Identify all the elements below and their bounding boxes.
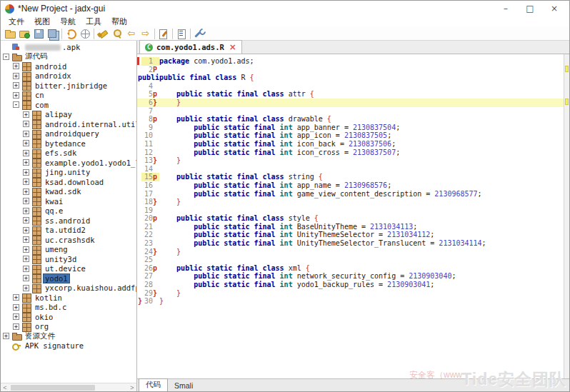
expand-icon[interactable]: +: [13, 323, 19, 330]
code-line-11[interactable]: 11 public static final int icon_back = 2…: [137, 140, 564, 149]
expand-icon[interactable]: +: [23, 236, 29, 243]
collapse-icon[interactable]: -: [3, 54, 9, 60]
scroll-right-icon[interactable]: >: [128, 383, 136, 392]
tab-close-icon[interactable]: ×: [229, 43, 236, 51]
tree-node-alipay[interactable]: +alipay: [1, 110, 136, 120]
class-search-button[interactable]: [110, 28, 124, 40]
code-line-18[interactable]: 18} }: [137, 198, 564, 206]
code-line-19[interactable]: 19: [137, 206, 564, 215]
code-line-30[interactable]: }30}: [137, 297, 564, 306]
error-strip-mark[interactable]: [565, 99, 569, 105]
forward-button[interactable]: ⇨: [139, 28, 153, 40]
expand-icon[interactable]: +: [23, 150, 29, 156]
expand-icon[interactable]: +: [23, 131, 29, 137]
expand-icon[interactable]: +: [23, 189, 29, 195]
deobfuscation-button[interactable]: [78, 28, 92, 40]
expand-icon[interactable]: +: [23, 198, 29, 204]
tree-node-efs-sdk[interactable]: +efs.sdk: [1, 149, 136, 159]
code-line-5[interactable]: 5p public static final class attr {: [137, 90, 564, 99]
code-editor[interactable]: 1package com.yodo1.ads;2Ppublipublic fin…: [137, 54, 569, 378]
tree-node-yxcorp-kuaishou-addfp[interactable]: +yxcorp.kuaishou.addfp: [1, 283, 136, 293]
code-line-22[interactable]: 22 public static final int UnityThemeSel…: [137, 231, 564, 239]
bottom-tab-代码[interactable]: 代码: [139, 378, 168, 391]
tree-node-bytedance[interactable]: +bytedance: [1, 139, 136, 149]
expand-icon[interactable]: +: [13, 82, 19, 89]
tree-horizontal-scrollbar[interactable]: < >: [1, 383, 136, 391]
reload-button[interactable]: [64, 28, 78, 40]
tree-node-okio[interactable]: +okio: [1, 312, 136, 322]
tree-node-cn[interactable]: +cn: [1, 91, 136, 101]
error-strip[interactable]: [564, 54, 569, 378]
tree-node-org[interactable]: +org: [1, 322, 136, 332]
tree-node-apk-signature[interactable]: APK signature: [1, 341, 136, 351]
menu-item[interactable]: 视图: [29, 16, 55, 27]
report-button[interactable]: [174, 28, 189, 40]
bottom-tab-smali[interactable]: Smali: [168, 381, 199, 391]
menu-item[interactable]: 导航: [55, 16, 81, 27]
preferences-button[interactable]: [192, 28, 206, 40]
expand-icon[interactable]: +: [13, 63, 19, 69]
expand-icon[interactable]: +: [3, 333, 9, 339]
log-viewer-button[interactable]: [156, 28, 171, 40]
code-line-12[interactable]: 12 public static final int icon_cross = …: [137, 149, 564, 157]
code-line-3[interactable]: publipublic final class R {: [137, 74, 564, 82]
tree-node-ta-utdid2[interactable]: +ta.utdid2: [1, 226, 136, 236]
close-button[interactable]: ×: [542, 1, 566, 16]
tree-node-jing-unity[interactable]: +jing.unity: [1, 168, 136, 178]
code-line-28[interactable]: 28 public static final int yodo1_backup_…: [137, 281, 564, 289]
tree-node-umeng[interactable]: +umeng: [1, 245, 136, 255]
code-line-6[interactable]: 6} }: [137, 99, 564, 107]
code-line-29[interactable]: 29} }: [137, 289, 564, 298]
back-button[interactable]: ⇦: [124, 28, 139, 40]
tree-node-yodo1[interactable]: +yodo1: [1, 273, 136, 283]
tree-node-com[interactable]: -com: [1, 100, 136, 110]
expand-icon[interactable]: +: [13, 304, 19, 311]
expand-icon[interactable]: +: [23, 208, 29, 214]
expand-icon[interactable]: +: [13, 294, 19, 301]
code-line-4[interactable]: 4: [137, 82, 564, 91]
code-line-15[interactable]: 15p public static final class string {: [137, 173, 564, 181]
minimize-button[interactable]: –: [494, 1, 518, 16]
expand-icon[interactable]: +: [23, 111, 29, 118]
tree-node-androidx[interactable]: +androidx: [1, 71, 136, 81]
tree-node-bitter-jnibridge[interactable]: +bitter.jnibridge: [1, 81, 136, 91]
code-line-8[interactable]: 8p public static final class drawable {: [137, 115, 564, 124]
save-project-button[interactable]: [31, 28, 46, 40]
add-files-button[interactable]: [17, 28, 31, 40]
collapse-icon[interactable]: -: [13, 101, 19, 108]
code-line-13[interactable]: 13} }: [137, 156, 564, 165]
expand-icon[interactable]: +: [23, 179, 29, 185]
tree-node-androidquery[interactable]: +androidquery: [1, 129, 136, 139]
open-file-button[interactable]: [3, 28, 17, 40]
expand-icon[interactable]: +: [13, 313, 19, 320]
tree-node-ut-device[interactable]: +ut.device: [1, 264, 136, 274]
tree-node--[interactable]: +资源文件: [1, 331, 136, 341]
tree-node-kotlin[interactable]: +kotlin: [1, 293, 136, 303]
code-line-21[interactable]: 21 public static final int BaseUnityThem…: [137, 223, 564, 231]
code-line-9[interactable]: 9 public static final int app_banner = 2…: [137, 124, 564, 132]
expand-icon[interactable]: +: [23, 169, 29, 176]
code-line-10[interactable]: 10 public static final int app_icon = 21…: [137, 131, 564, 140]
menu-item[interactable]: 工具: [81, 16, 106, 27]
expand-icon[interactable]: +: [23, 227, 29, 233]
expand-icon[interactable]: +: [23, 217, 29, 223]
tree-node-uc-crashsdk[interactable]: +uc.crashsdk: [1, 235, 136, 245]
scrollbar-thumb[interactable]: [11, 385, 95, 391]
tree-node-kwad-sdk[interactable]: +kwad.sdk: [1, 187, 136, 197]
tree-node-android[interactable]: +android: [1, 61, 136, 71]
expand-icon[interactable]: +: [23, 140, 29, 146]
error-strip-mark[interactable]: [565, 66, 569, 72]
code-line-27[interactable]: 27 public static final int network_secur…: [137, 272, 564, 281]
code-line-2[interactable]: 2P: [137, 66, 564, 74]
expand-icon[interactable]: +: [23, 256, 29, 262]
code-line-14[interactable]: 14: [137, 165, 564, 174]
code-line-17[interactable]: 17 public static final int game_view_con…: [137, 190, 564, 198]
tree-node-unity3d[interactable]: +unity3d: [1, 254, 136, 264]
tree-node-kwai[interactable]: +kwai: [1, 196, 136, 206]
expand-icon[interactable]: +: [13, 92, 19, 99]
expand-icon[interactable]: +: [13, 73, 19, 79]
tree-node-example-yodo1-yodo1-lib[interactable]: +example.yodo1.yodo1_lib: [1, 158, 136, 168]
code-line-24[interactable]: 24} }: [137, 248, 564, 256]
save-all-button[interactable]: [46, 28, 60, 40]
code-line-23[interactable]: 23 public static final int UnityThemeSel…: [137, 239, 564, 248]
